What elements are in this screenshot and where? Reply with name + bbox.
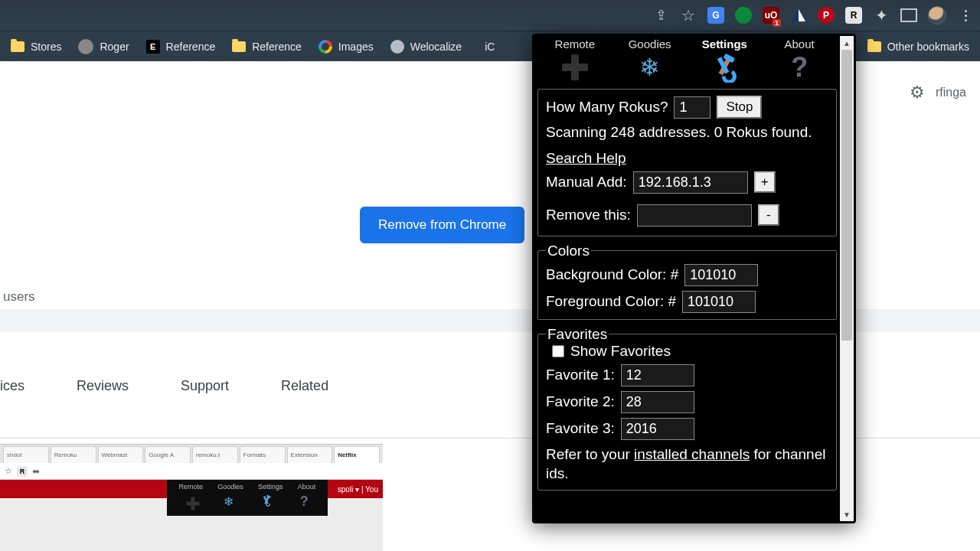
ext-remoku-icon[interactable]: R bbox=[845, 7, 862, 24]
bookmark-icloud[interactable]: iC bbox=[479, 41, 495, 53]
dpad-icon bbox=[562, 54, 588, 80]
chrome-toolbar: ⇪ ☆ G uO 1 P R ✦ bbox=[0, 0, 980, 31]
page-tabs: ices Reviews Support Related bbox=[0, 378, 328, 394]
popup-tab-about[interactable]: About ? bbox=[762, 37, 837, 86]
share-icon[interactable]: ⇪ bbox=[652, 7, 669, 24]
thumb-tab: Webmast bbox=[98, 446, 144, 463]
tab-label: Goodies bbox=[629, 37, 671, 51]
popup-scrollbar[interactable]: ▲ ▼ bbox=[840, 36, 854, 521]
question-icon: ? bbox=[791, 52, 808, 83]
extension-popup: Remote Goodies ❄ Settings About ? bbox=[532, 34, 856, 523]
fav3-input[interactable] bbox=[621, 418, 694, 440]
thumb-tab: remoku.t bbox=[192, 446, 238, 463]
manual-add-label: Manual Add: bbox=[546, 174, 627, 191]
thumb-tab: Netflix bbox=[334, 446, 380, 463]
bookmark-label: iC bbox=[485, 41, 495, 53]
tab-support[interactable]: Support bbox=[181, 378, 229, 394]
bookmark-label: Roger bbox=[100, 41, 129, 53]
snowflake-icon: ❄ bbox=[639, 52, 660, 83]
search-help-link[interactable]: Search Help bbox=[546, 150, 626, 167]
extensions-puzzle-icon[interactable]: ✦ bbox=[873, 7, 890, 24]
popup-tab-remote[interactable]: Remote bbox=[537, 37, 612, 86]
thumb-tab: Formats bbox=[240, 446, 286, 463]
bookmark-other[interactable]: Other bookmarks bbox=[867, 41, 969, 53]
tab-related[interactable]: Related bbox=[281, 378, 328, 394]
screenshot-thumbnail: shdot Remoku Webmast Google A remoku.t F… bbox=[0, 444, 383, 551]
show-favorites-checkbox[interactable]: Show Favorites bbox=[552, 343, 828, 360]
thumb-popup-panel: RemoteGoodiesSettingsAbout ❄ ? bbox=[167, 480, 328, 516]
scroll-thumb[interactable] bbox=[841, 50, 852, 341]
bookmark-stores[interactable]: Stores bbox=[11, 41, 61, 53]
bookmark-welocalize[interactable]: Welocalize bbox=[390, 40, 462, 54]
bookmark-label: Images bbox=[338, 41, 374, 53]
google-icon bbox=[318, 40, 332, 54]
profile-avatar[interactable] bbox=[928, 6, 946, 24]
add-button[interactable]: + bbox=[754, 171, 776, 193]
how-many-label: How Many Rokus? bbox=[546, 99, 668, 116]
ext-green-icon[interactable] bbox=[735, 7, 752, 24]
remove-this-input[interactable] bbox=[637, 204, 752, 227]
bookmark-label: Welocalize bbox=[410, 41, 462, 53]
ext-triangle-icon[interactable] bbox=[790, 7, 807, 24]
avatar-icon bbox=[78, 39, 93, 54]
folder-icon bbox=[867, 41, 881, 52]
bg-color-input[interactable] bbox=[684, 264, 758, 286]
stop-button[interactable]: Stop bbox=[717, 96, 762, 119]
ext-pinterest-icon[interactable]: P bbox=[818, 7, 835, 24]
bookmark-roger[interactable]: Roger bbox=[78, 39, 129, 54]
scan-section: How Many Rokus? Stop Scanning 248 addres… bbox=[537, 89, 837, 236]
thumb-tab: Remoku bbox=[51, 446, 96, 463]
thumb-tab: Google A bbox=[145, 446, 191, 463]
thumb-tab: Extension bbox=[287, 446, 333, 463]
ext-ublock-badge: 1 bbox=[773, 19, 781, 27]
chrome-menu-icon[interactable] bbox=[957, 7, 974, 24]
how-many-input[interactable] bbox=[674, 96, 710, 119]
scroll-down-icon[interactable]: ▼ bbox=[840, 507, 854, 521]
popup-tabs: Remote Goodies ❄ Settings About ? bbox=[534, 36, 840, 86]
fav1-label: Favorite 1: bbox=[546, 367, 615, 383]
fg-color-input[interactable] bbox=[682, 291, 756, 313]
colors-section: Colors Background Color: # Foreground Co… bbox=[537, 243, 837, 320]
folder-icon bbox=[11, 41, 24, 52]
remove-button[interactable]: - bbox=[758, 204, 779, 226]
popup-tab-goodies[interactable]: Goodies ❄ bbox=[612, 37, 688, 86]
fav3-label: Favorite 3: bbox=[546, 420, 615, 437]
popup-tab-settings[interactable]: Settings bbox=[688, 37, 763, 86]
installed-channels-link[interactable]: installed channels bbox=[634, 446, 750, 462]
bookmark-reference-1[interactable]: EReference bbox=[146, 40, 216, 54]
fav2-input[interactable] bbox=[621, 391, 694, 413]
tab-ices[interactable]: ices bbox=[0, 378, 24, 394]
bookmark-reference-2[interactable]: Reference bbox=[232, 41, 302, 53]
show-favorites-input[interactable] bbox=[552, 345, 564, 357]
globe-icon bbox=[390, 40, 404, 54]
fav2-label: Favorite 2: bbox=[546, 393, 615, 410]
sidepanel-icon[interactable] bbox=[900, 8, 917, 22]
scan-status: Scanning 248 addresses. 0 Rokus found. bbox=[546, 123, 828, 142]
fav1-input[interactable] bbox=[621, 364, 694, 386]
bookmark-images[interactable]: Images bbox=[318, 40, 374, 54]
users-label: users bbox=[3, 289, 35, 305]
tab-label: Remote bbox=[555, 37, 596, 51]
bookmark-star-icon[interactable]: ☆ bbox=[680, 7, 697, 24]
tools-icon bbox=[709, 52, 740, 83]
ext-google-translate-icon[interactable]: G bbox=[707, 7, 724, 24]
site-icon: E bbox=[146, 40, 160, 54]
bg-color-label: Background Color: # bbox=[546, 266, 678, 283]
show-favorites-label: Show Favorites bbox=[570, 343, 671, 360]
folder-icon bbox=[232, 41, 246, 52]
svg-marker-1 bbox=[799, 9, 805, 21]
user-email-prefix: rfinga bbox=[936, 86, 966, 99]
tab-reviews[interactable]: Reviews bbox=[77, 378, 129, 394]
scroll-up-icon[interactable]: ▲ bbox=[840, 36, 854, 50]
gear-icon[interactable]: ⚙ bbox=[910, 83, 925, 103]
tab-label: Settings bbox=[702, 37, 747, 51]
remove-this-label: Remove this: bbox=[546, 207, 631, 223]
tab-label: About bbox=[785, 37, 815, 51]
manual-add-input[interactable] bbox=[633, 171, 748, 194]
bookmark-label: Stores bbox=[31, 41, 61, 53]
colors-legend: Colors bbox=[546, 243, 591, 259]
remove-from-chrome-button[interactable]: Remove from Chrome bbox=[360, 207, 524, 243]
favorites-legend: Favorites bbox=[546, 326, 609, 343]
favorites-note-prefix: Refer to your bbox=[546, 446, 634, 462]
ext-ublock-icon[interactable]: uO 1 bbox=[763, 7, 779, 24]
